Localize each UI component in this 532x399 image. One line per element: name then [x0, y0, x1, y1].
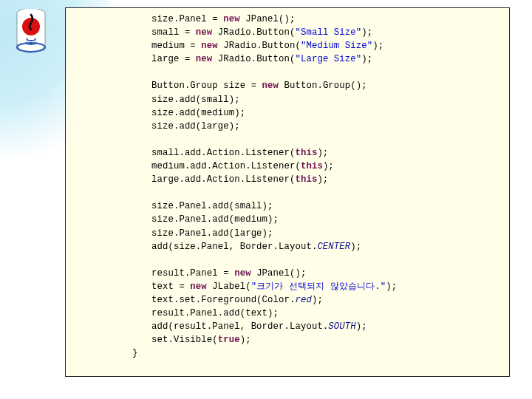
- java-logo-icon: [11, 9, 51, 57]
- code-container: size.Panel = new JPanel(); small = new J…: [65, 7, 510, 377]
- code-text: size.Panel = new JPanel(); small = new J…: [81, 13, 506, 360]
